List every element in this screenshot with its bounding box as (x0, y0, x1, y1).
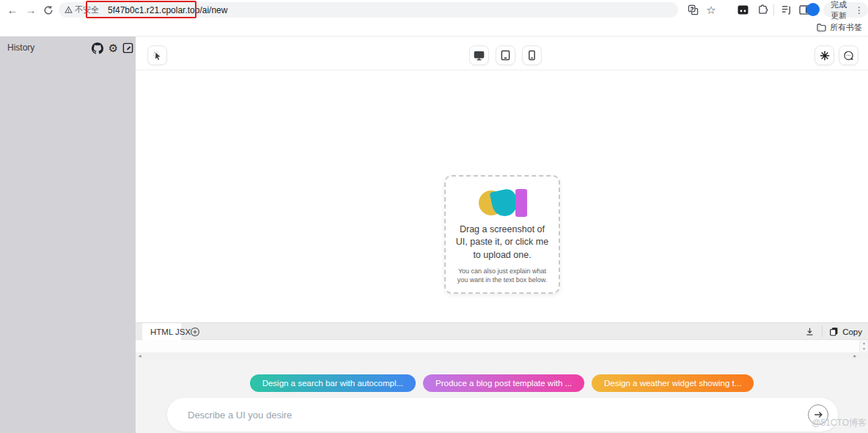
bookmarks-bar: 所有书签 (0, 20, 868, 36)
sidebar-title: History (7, 42, 34, 53)
download-icon[interactable] (803, 326, 815, 338)
add-tab-icon[interactable] (189, 326, 201, 338)
translate-icon[interactable] (685, 3, 700, 17)
design-canvas: Drag a screenshot of UI, paste it, or cl… (136, 71, 868, 322)
chrome-menu-icon[interactable]: ⋮ (855, 5, 864, 15)
reload-icon[interactable] (40, 0, 56, 20)
scroll-left-icon[interactable]: ◂ (139, 353, 141, 359)
security-label: 不安全 (75, 4, 99, 15)
profile-avatar[interactable] (806, 3, 820, 16)
update-label: 完成更新 (831, 0, 852, 21)
bookmark-star-icon[interactable]: ☆ (704, 3, 718, 17)
prompt-input[interactable] (188, 398, 803, 432)
watermark: @51CTO博客 (812, 417, 867, 429)
magic-sparkle-button[interactable] (814, 45, 834, 65)
copy-label: Copy (842, 327, 862, 336)
folder-icon (817, 23, 826, 32)
tablet-preview-button[interactable] (496, 45, 515, 65)
browser-toolbar: ← → 不安全 5f47b0c1.r21.cpolar.top/ai/new ☆ (0, 0, 868, 20)
history-sidebar: History ⚙ (0, 37, 136, 433)
canvas-toolbar (136, 37, 868, 70)
code-actions: Copy (803, 323, 862, 340)
reading-list-icon[interactable] (779, 3, 794, 17)
extension-dark-icon[interactable] (735, 3, 750, 17)
warning-icon (65, 6, 73, 14)
ai-select-cursor-button[interactable] (147, 45, 167, 65)
screen: ← → 不安全 5f47b0c1.r21.cpolar.top/ai/new ☆ (0, 0, 868, 433)
back-icon[interactable]: ← (4, 0, 21, 20)
suggestion-pill[interactable]: Design a weather widget showing t... (592, 374, 754, 392)
toolbar-separator (773, 4, 774, 15)
logo-magenta-rect (515, 189, 527, 217)
settings-gear-icon[interactable]: ⚙ (107, 42, 119, 54)
code-panel-header: HTML JSX Copy (136, 322, 868, 340)
mobile-preview-button[interactable] (522, 45, 542, 65)
main-area: Drag a screenshot of UI, paste it, or cl… (136, 37, 868, 433)
suggestion-pill[interactable]: Design a search bar with autocompl... (250, 374, 416, 392)
url-text[interactable]: 5f47b0c1.r21.cpolar.top/ai/new (108, 5, 227, 15)
forward-icon[interactable]: → (23, 0, 39, 20)
prompt-section: Design a search bar with autocompl...Pro… (136, 360, 868, 433)
address-bar[interactable]: 不安全 5f47b0c1.r21.cpolar.top/ai/new (59, 2, 678, 18)
github-icon[interactable] (91, 42, 103, 54)
extensions-puzzle-icon[interactable] (755, 3, 770, 17)
desktop-preview-button[interactable] (469, 45, 489, 65)
copy-icon (829, 327, 839, 336)
actions-separator (822, 326, 823, 337)
browser-chrome: ← → 不安全 5f47b0c1.r21.cpolar.top/ai/new ☆ (0, 0, 868, 37)
sidebar-header: History ⚙ (0, 37, 136, 62)
suggestion-row: Design a search bar with autocompl...Pro… (136, 374, 868, 392)
horizontal-scrollbar[interactable]: ◂ ▸ (136, 352, 868, 360)
security-chip[interactable]: 不安全 (65, 4, 99, 15)
update-button[interactable]: 完成更新 ⋮ (823, 2, 868, 18)
new-session-icon[interactable] (122, 42, 134, 54)
code-editor[interactable]: ▴▾ (136, 340, 868, 352)
copy-button[interactable]: Copy (829, 327, 862, 336)
vertical-scrollbar[interactable]: ▴▾ (859, 340, 868, 352)
all-bookmarks-label: 所有书签 (830, 22, 862, 33)
upload-title: Drag a screenshot of UI, paste it, or cl… (446, 223, 559, 262)
upload-dropzone[interactable]: Drag a screenshot of UI, paste it, or cl… (444, 175, 560, 294)
suggestion-pill[interactable]: Produce a blog post template with ... (423, 374, 584, 392)
scroll-right-icon[interactable]: ▸ (853, 353, 856, 359)
upload-subtitle: You can also just explain what you want … (446, 262, 559, 284)
chat-button[interactable] (839, 45, 858, 65)
all-bookmarks-button[interactable]: 所有书签 (817, 22, 862, 33)
prompt-bar (167, 398, 838, 432)
app-logo (479, 188, 526, 218)
device-preview-group (469, 45, 542, 65)
